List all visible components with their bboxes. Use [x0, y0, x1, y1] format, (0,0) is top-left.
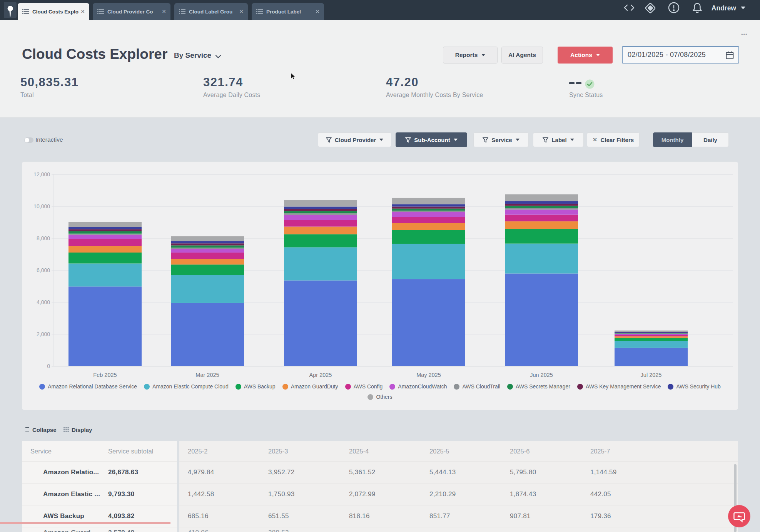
svg-text:May 2025: May 2025 [416, 372, 441, 378]
svg-text:Apr 2025: Apr 2025 [309, 372, 332, 378]
svg-text:Mar 2025: Mar 2025 [195, 372, 219, 378]
svg-text:6,000: 6,000 [37, 267, 50, 273]
svg-text:Jul 2025: Jul 2025 [641, 372, 662, 378]
svg-text:Jun 2025: Jun 2025 [530, 372, 553, 378]
svg-text:10,000: 10,000 [33, 203, 50, 209]
svg-text:2,000: 2,000 [37, 331, 50, 337]
svg-text:12,000: 12,000 [33, 171, 50, 177]
svg-text:Feb 2025: Feb 2025 [93, 372, 117, 378]
svg-text:8,000: 8,000 [37, 235, 50, 241]
svg-text:4,000: 4,000 [37, 299, 50, 305]
svg-text:0: 0 [47, 363, 50, 369]
